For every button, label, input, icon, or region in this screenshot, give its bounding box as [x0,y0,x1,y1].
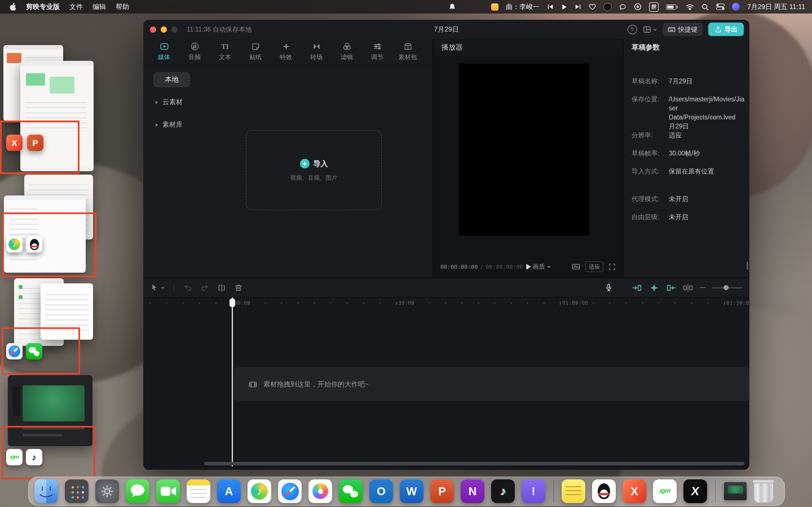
linked-tracks-icon[interactable] [666,284,676,291]
menubar-clock[interactable]: 7月29日 周五 11:11 [747,2,805,11]
help-icon[interactable]: ? [627,24,637,34]
dock-messages-icon[interactable] [126,480,149,503]
play-circle-icon[interactable] [634,3,642,11]
dock-stickies-icon[interactable] [562,480,585,503]
panel-scrollbar[interactable] [747,262,748,270]
timeline-zoom-slider[interactable] [712,287,743,288]
qq-icon[interactable] [26,236,42,252]
battery-icon[interactable] [666,4,678,10]
dock-iqiyi-icon[interactable]: iQIYI [653,480,677,503]
dock-minimized-window[interactable] [723,482,747,501]
menu-edit[interactable]: 编辑 [93,2,106,11]
playhead-line[interactable] [232,297,233,466]
close-button[interactable] [150,26,156,33]
now-playing-icon[interactable] [491,3,499,10]
dock-trash-icon[interactable] [754,480,773,503]
tab-effects[interactable]: 特效 [271,42,301,61]
dock-wechat-icon[interactable] [339,480,363,503]
iqiyi-icon[interactable]: iQIYI [6,449,22,465]
apple-menu-icon[interactable] [9,3,16,11]
quality-selector[interactable]: 画质 [532,263,551,271]
chat-bubble-icon[interactable] [619,3,626,10]
status-circle-icon[interactable] [603,3,612,11]
scopes-icon[interactable] [572,263,580,271]
tab-adjust[interactable]: 调节 [362,42,393,61]
control-center-icon[interactable] [716,3,725,10]
tab-material-pack[interactable]: 素材包 [393,42,423,61]
zoom-button[interactable] [171,26,177,33]
dock-x-app-icon[interactable]: X [622,480,646,503]
tab-media[interactable]: 媒体 [149,42,179,61]
dock-word-icon[interactable]: W [400,480,423,503]
play-button[interactable] [524,263,532,270]
dock-onenote-icon[interactable]: N [461,480,485,503]
spotlight-search-icon[interactable] [702,3,709,10]
sidebar-item-library[interactable]: 素材库 [151,117,197,132]
preview-canvas[interactable] [459,64,589,235]
main-track-dropzone[interactable]: 素材拖拽到这里，开始你的大作吧~ [234,367,749,401]
now-playing-title[interactable]: 曲：李峻一 [506,2,540,11]
draft-path-row: 保存位置: /Users/masterji/Movies/Jiaser Data… [631,95,746,131]
split-icon[interactable] [217,283,226,292]
play-icon[interactable] [561,4,567,10]
import-dropzone[interactable]: + 导入 视频、音频、图片 [246,130,382,210]
tab-transitions[interactable]: 转场 [301,42,332,61]
tab-audio[interactable]: 音频 [179,42,210,61]
dock-finder-icon[interactable] [35,480,58,503]
delete-icon[interactable] [234,283,243,292]
auto-snap-icon[interactable] [649,284,659,291]
preview-axis-icon[interactable] [683,284,693,291]
dock-qqmusic-icon[interactable]: ♪ [248,480,271,503]
tab-stickers[interactable]: 贴纸 [240,42,271,61]
x-app-icon[interactable]: X [6,135,22,151]
dock-douyin-icon[interactable]: ♪ [491,480,515,503]
tab-text[interactable]: TI 文本 [210,42,240,61]
notification-bell-icon[interactable] [448,3,456,11]
timeline-scrollbar[interactable] [204,462,744,465]
next-track-icon[interactable] [574,3,581,10]
timeline: 00:00 30:00 01:00:00 01:30:00 素材拖拽到这里，开始… [143,278,749,470]
fullscreen-icon[interactable] [608,263,616,270]
shortcuts-button[interactable]: 快捷键 [662,22,703,36]
heart-icon[interactable] [589,3,596,10]
user-avatar[interactable] [732,3,740,11]
menubar-app-name[interactable]: 剪映专业版 [26,2,60,11]
dock-settings-icon[interactable] [95,480,119,503]
menu-file[interactable]: 文件 [69,2,83,11]
zoom-slider-handle[interactable] [723,285,728,290]
select-tool[interactable] [150,283,165,292]
dock-launchpad-icon[interactable] [65,480,89,503]
dock-appstore-icon[interactable]: A [217,480,241,503]
fit-button[interactable]: 适应 [585,262,603,272]
dock-safari-icon[interactable] [278,480,302,503]
douyin-icon[interactable]: ♪ [26,449,42,465]
dock-qq-icon[interactable] [592,480,616,503]
powerpoint-icon[interactable]: P [27,135,43,151]
safari-icon[interactable] [6,343,22,359]
minimize-button[interactable] [161,26,167,33]
menu-help[interactable]: 帮助 [116,2,129,11]
export-button[interactable]: 导出 [708,22,744,36]
redo-icon[interactable] [200,283,209,292]
dock-alert-app-icon[interactable]: ! [522,480,545,503]
wifi-icon[interactable] [686,4,694,10]
playhead-handle[interactable] [229,298,235,307]
wechat-icon[interactable] [26,343,42,359]
sidebar-item-local[interactable]: 本地 [153,72,190,87]
dock-facetime-icon[interactable] [156,480,180,503]
record-voiceover-icon[interactable] [605,283,613,292]
layout-switcher[interactable] [643,25,657,34]
input-method-badge[interactable]: 拼 [649,2,659,11]
undo-icon[interactable] [183,283,192,292]
main-track-magnet-icon[interactable] [632,284,642,291]
dock-photos-icon[interactable] [308,480,332,503]
zoom-out-icon[interactable] [700,287,705,288]
dock-outlook-icon[interactable]: O [369,480,393,503]
sidebar-item-cloud[interactable]: 云素材 [151,95,197,110]
previous-track-icon[interactable] [547,3,554,10]
dock-notes-icon[interactable] [187,480,210,503]
dock-capcut-icon[interactable]: X [683,480,707,503]
dock-powerpoint-icon[interactable]: P [430,480,454,503]
tab-filters[interactable]: 滤镜 [332,42,362,61]
qq-music-icon[interactable]: ♪ [6,236,22,252]
